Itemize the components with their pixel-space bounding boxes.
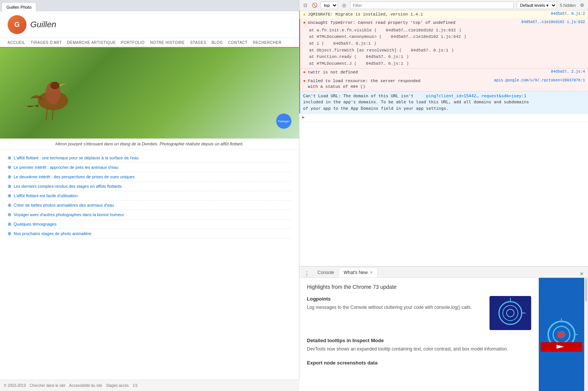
svg-line-4 bbox=[46, 108, 47, 120]
devtools-close-button[interactable]: × bbox=[579, 271, 585, 277]
list-item[interactable]: Créer de belles photos animalières des a… bbox=[8, 201, 291, 210]
site-title: Guillen bbox=[30, 20, 56, 30]
feature-export: Export node screenshots data bbox=[307, 360, 531, 366]
nav-demarche[interactable]: DÉMARCHE ARTISTIQUE bbox=[67, 41, 116, 45]
filter-input[interactable] bbox=[350, 2, 514, 9]
stack-line: at Object.fireWith [as resolveWith] (84d… bbox=[309, 47, 585, 54]
feature-logpoints-title: Logpoints bbox=[307, 296, 485, 302]
stack-link[interactable]: 84d5a57….c1e18ed102 1.js:632 bbox=[377, 28, 459, 34]
error-icon-2: ● bbox=[303, 70, 306, 75]
list-item[interactable]: L'affût flottant est facile d'utilisatio… bbox=[8, 191, 291, 201]
feature-tooltips-desc: DevTools now shows an expanded tooltip c… bbox=[307, 346, 531, 352]
levels-select[interactable]: Default levels ▾ bbox=[517, 2, 557, 9]
list-item[interactable]: L'affût flottant : une technique pour se… bbox=[8, 153, 291, 163]
svg-point-7 bbox=[503, 305, 518, 321]
expand-row[interactable]: ▶ bbox=[299, 114, 588, 122]
msg-source-link[interactable]: 84d5a57… 0.js:2 bbox=[551, 12, 585, 16]
msg-text: JQMIGRATE: Migrate is installed, version… bbox=[308, 12, 549, 17]
msg-text-2: twttr is not defined bbox=[308, 70, 549, 75]
whats-new-header: Highlights from the Chrome 73 update bbox=[307, 284, 531, 290]
whats-new-content: Highlights from the Chrome 73 update Log… bbox=[299, 278, 539, 391]
svg-marker-3 bbox=[59, 83, 66, 86]
error-icon-3: ● bbox=[303, 79, 306, 83]
feature-logpoints-row: Logpoints Log messages to the Console wi… bbox=[307, 296, 531, 330]
warning-icon: ▲ bbox=[303, 12, 306, 17]
error-icon: ● bbox=[303, 20, 306, 25]
site-nav: ACCUEIL TIRAGES D'ART DÉMARCHE ARTISTIQU… bbox=[0, 38, 299, 48]
info-text: Can't Load URL: The domain of this URL i… bbox=[303, 93, 529, 112]
feature-export-title: Export node screenshots data bbox=[307, 360, 531, 366]
stack-line: at HTMLDocument.J (84d5a57… 0.js:1) bbox=[309, 61, 585, 67]
logpoints-svg bbox=[491, 298, 529, 328]
stack-link[interactable]: 84d5a57….c1e18ed102 1.js:642 bbox=[382, 34, 464, 40]
nav-tirages[interactable]: TIRAGES D'ART bbox=[31, 41, 62, 45]
info-content: Can't Load URL: The domain of this URL i… bbox=[303, 93, 529, 112]
console-msg-warning: ▲ JQMIGRATE: Migrate is installed, versi… bbox=[299, 11, 588, 19]
stack-line: at i (84d5a57… 0.js:1) bbox=[309, 41, 585, 47]
nav-rechercher[interactable]: RECHERCHER bbox=[253, 41, 281, 45]
site-header: G Guillen bbox=[0, 11, 299, 38]
whats-new-close-button[interactable]: × bbox=[370, 270, 373, 275]
feature-logpoints: Logpoints Log messages to the Console wi… bbox=[307, 296, 531, 330]
eye-icon[interactable]: ◎ bbox=[341, 2, 347, 8]
feature-logpoints-desc: Log messages to the Console without clut… bbox=[307, 304, 485, 311]
frame-select[interactable]: top bbox=[321, 2, 338, 9]
tab-whats-new[interactable]: What's New × bbox=[339, 268, 378, 277]
nav-accueil[interactable]: ACCUEIL bbox=[8, 41, 25, 45]
devtools-toolbar: ⊡ 🚫 top ◎ Default levels ▾ 5 hidden ⚙ bbox=[299, 0, 588, 11]
list-item[interactable]: Voyager avec d'autres photographes dans … bbox=[8, 210, 291, 220]
devtools-bottom: ⋮ Console What's New × × Highlights from… bbox=[299, 266, 588, 391]
error-block-3: ● Failed to load resource: the server re… bbox=[299, 77, 588, 92]
msg-source-2[interactable]: 84d5a57… 2.js:4 bbox=[551, 70, 585, 74]
whats-new-scrollbar[interactable] bbox=[584, 278, 588, 391]
cursor-icon[interactable]: ⊡ bbox=[302, 2, 308, 8]
list-item[interactable]: Quelques témoignages bbox=[8, 220, 291, 229]
console-msg-error-2: ● twttr is not defined 84d5a57… 2.js:4 bbox=[299, 69, 588, 77]
list-item[interactable]: Les derniers comptes-rendus des stages e… bbox=[8, 182, 291, 191]
feature-logpoints-text: Logpoints Log messages to the Console wi… bbox=[307, 296, 485, 311]
error-header: ● Uncaught TypeError: Cannot read proper… bbox=[300, 19, 588, 27]
stack-line: at Function.ready (84d5a57… 0.js:1) bbox=[309, 54, 585, 61]
expand-arrow-icon[interactable]: ▶ bbox=[302, 115, 305, 120]
svg-point-2 bbox=[50, 82, 59, 89]
nav-portfolio[interactable]: PORTFOLIO bbox=[121, 41, 145, 45]
bottom-content: Highlights from the Chrome 73 update Log… bbox=[299, 278, 588, 391]
stack-link[interactable]: 84d5a57… 0.js:1 bbox=[402, 48, 451, 54]
site-caption: Héron pourpré s'ébrouant dans un étang d… bbox=[0, 139, 299, 150]
error-stack: at a.fn.init.e.fn.visible (84d5a57….c1e1… bbox=[300, 27, 588, 69]
feature-logpoints-image bbox=[489, 296, 531, 330]
stack-link[interactable]: 84d5a57… 0.js:1 bbox=[357, 55, 406, 60]
prohibit-icon[interactable]: 🚫 bbox=[311, 2, 317, 8]
nav-stages[interactable]: STAGES bbox=[190, 41, 206, 45]
error-block-1: ● Uncaught TypeError: Cannot read proper… bbox=[299, 19, 588, 69]
list-item[interactable]: Le deuxième intérêt : des perspectives d… bbox=[8, 172, 291, 182]
console-msg-info: Can't Load URL: The domain of this URL i… bbox=[299, 92, 588, 114]
stack-line: at HTMLDocument.<anonymous> (84d5a57….c1… bbox=[309, 34, 585, 41]
error-source-3[interactable]: apis.google.com/u/0/…rpctoken=20937876:1 bbox=[494, 78, 585, 83]
feature-tooltips-title: Detailed tooltips in Inspect Mode bbox=[307, 338, 531, 343]
settings-icon[interactable]: ⚙ bbox=[579, 2, 585, 8]
list-item[interactable]: Nos prochains stages de photo animalière bbox=[8, 229, 291, 238]
nav-histoire[interactable]: NOTRE HISTOIRE bbox=[150, 41, 185, 45]
list-item[interactable]: Le premier intérêt : approcher de près l… bbox=[8, 163, 291, 172]
error-header-3: ● Failed to load resource: the server re… bbox=[300, 77, 588, 91]
browser-tab[interactable]: Guillen Photo bbox=[2, 2, 36, 11]
website-panel: Guillen Photo G Guillen ACCUEIL TIRAGES … bbox=[0, 0, 299, 391]
nav-contact[interactable]: CONTACT bbox=[228, 41, 247, 45]
feature-image-panel bbox=[539, 278, 584, 391]
console-messages: ▲ JQMIGRATE: Migrate is installed, versi… bbox=[299, 11, 588, 266]
hero-bird-svg bbox=[19, 63, 87, 123]
drawer-menu-icon[interactable]: ⋮ bbox=[302, 270, 311, 277]
error-main-3: Failed to load resource: the server resp… bbox=[308, 78, 492, 90]
stack-line: at a.fn.init.e.fn.visible (84d5a57….c1e1… bbox=[309, 27, 585, 34]
tab-console[interactable]: Console bbox=[313, 268, 339, 277]
stack-link[interactable]: 84d5a57… 0.js:1 bbox=[357, 61, 406, 67]
stack-link[interactable]: 84d5a57… 0.js:1 bbox=[324, 41, 374, 47]
feature-panel-svg bbox=[541, 318, 582, 352]
bottom-tabs: ⋮ Console What's New × × bbox=[299, 266, 588, 278]
share-button[interactable]: Partager bbox=[276, 114, 291, 129]
browser-tabs: Guillen Photo bbox=[0, 0, 299, 11]
nav-blog[interactable]: BLOG bbox=[212, 41, 223, 45]
error-source[interactable]: 84d5a57….c1e18ed102 1.js:632 bbox=[521, 20, 585, 24]
site-footer: © 2003-2019 Chercher dans le site Access… bbox=[0, 380, 299, 391]
